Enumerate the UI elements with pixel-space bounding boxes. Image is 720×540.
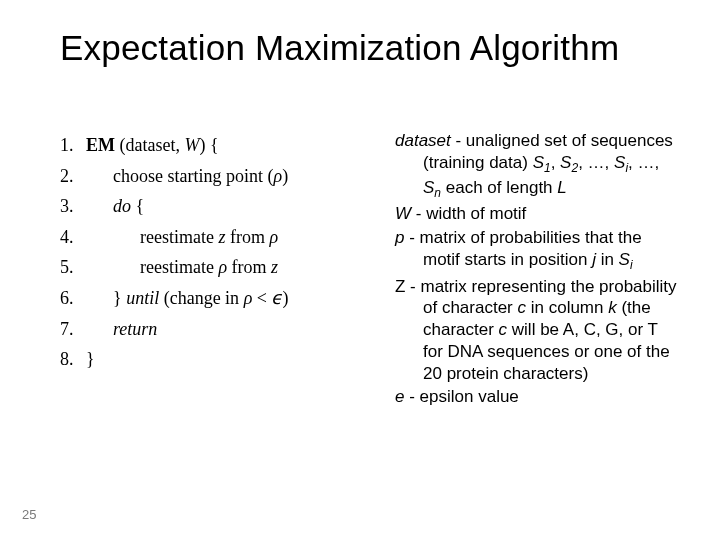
- slide: Expectation Maximization Algorithm 1.EM …: [0, 0, 720, 540]
- definition-term: W: [395, 204, 411, 223]
- algo-line: 1.EM (dataset, W) {: [60, 130, 395, 161]
- algo-line-number: 6.: [60, 283, 86, 314]
- definition-entry: p - matrix of probabilities that the mot…: [395, 227, 680, 274]
- definition-desc: - matrix representing the probability of…: [405, 277, 676, 383]
- definition-entry: dataset - unaligned set of sequences (tr…: [395, 130, 680, 201]
- algo-line: 5. reestimate ρ from z: [60, 252, 395, 283]
- definitions-list: dataset - unaligned set of sequences (tr…: [395, 130, 680, 480]
- algo-line-code: reestimate z from ρ: [86, 222, 278, 253]
- algo-line-number: 7.: [60, 314, 86, 345]
- definition-desc: - epsilon value: [404, 387, 518, 406]
- definition-desc: - unaligned set of sequences (training d…: [423, 131, 673, 197]
- definition-entry: e - epsilon value: [395, 386, 680, 408]
- algo-line: 4. reestimate z from ρ: [60, 222, 395, 253]
- definition-term: Z: [395, 277, 405, 296]
- algo-line: 3. do {: [60, 191, 395, 222]
- algo-line-number: 2.: [60, 161, 86, 192]
- slide-body: 1.EM (dataset, W) {2. choose starting po…: [60, 130, 680, 480]
- algo-line-code: return: [86, 314, 157, 345]
- algo-line: 8.}: [60, 344, 395, 375]
- algorithm-pseudocode: 1.EM (dataset, W) {2. choose starting po…: [60, 130, 395, 480]
- algo-line: 6. } until (change in ρ < ϵ): [60, 283, 395, 314]
- definition-desc: - width of motif: [411, 204, 526, 223]
- algo-line-code: } until (change in ρ < ϵ): [86, 283, 288, 314]
- algo-line-number: 3.: [60, 191, 86, 222]
- algo-line: 7. return: [60, 314, 395, 345]
- algo-line-code: EM (dataset, W) {: [86, 130, 219, 161]
- definition-term: dataset: [395, 131, 451, 150]
- algo-line-number: 8.: [60, 344, 86, 375]
- algo-line-number: 1.: [60, 130, 86, 161]
- algo-line-code: }: [86, 344, 95, 375]
- algo-line-code: choose starting point (ρ): [86, 161, 288, 192]
- algo-line: 2. choose starting point (ρ): [60, 161, 395, 192]
- definition-entry: Z - matrix representing the probability …: [395, 276, 680, 385]
- algo-line-number: 5.: [60, 252, 86, 283]
- page-number: 25: [22, 507, 36, 522]
- algo-line-code: reestimate ρ from z: [86, 252, 278, 283]
- definition-entry: W - width of motif: [395, 203, 680, 225]
- slide-title: Expectation Maximization Algorithm: [60, 28, 680, 68]
- algo-line-number: 4.: [60, 222, 86, 253]
- algo-line-code: do {: [86, 191, 144, 222]
- definition-desc: - matrix of probabilities that the motif…: [404, 228, 641, 269]
